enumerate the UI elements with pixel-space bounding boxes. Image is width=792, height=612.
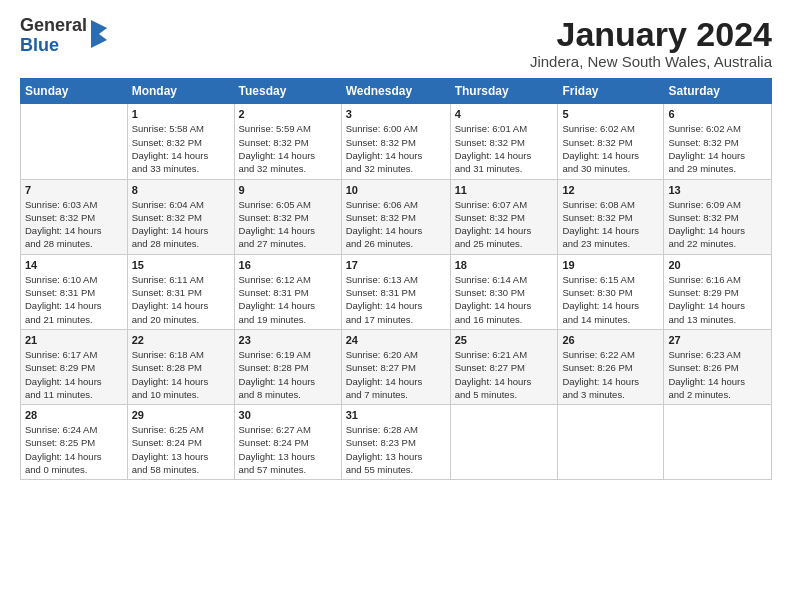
- day-number: 9: [239, 184, 337, 196]
- month-title: January 2024: [530, 16, 772, 53]
- weekday-saturday: Saturday: [664, 79, 772, 104]
- weekday-wednesday: Wednesday: [341, 79, 450, 104]
- weekday-tuesday: Tuesday: [234, 79, 341, 104]
- day-number: 22: [132, 334, 230, 346]
- day-info: Sunrise: 6:13 AM Sunset: 8:31 PM Dayligh…: [346, 273, 446, 326]
- day-number: 23: [239, 334, 337, 346]
- day-info: Sunrise: 6:20 AM Sunset: 8:27 PM Dayligh…: [346, 348, 446, 401]
- weekday-thursday: Thursday: [450, 79, 558, 104]
- calendar-cell: 18Sunrise: 6:14 AM Sunset: 8:30 PM Dayli…: [450, 254, 558, 329]
- calendar-body: 1Sunrise: 5:58 AM Sunset: 8:32 PM Daylig…: [21, 104, 772, 480]
- day-info: Sunrise: 5:59 AM Sunset: 8:32 PM Dayligh…: [239, 122, 337, 175]
- day-info: Sunrise: 6:16 AM Sunset: 8:29 PM Dayligh…: [668, 273, 767, 326]
- logo: General Blue: [20, 16, 107, 56]
- calendar-cell: 28Sunrise: 6:24 AM Sunset: 8:25 PM Dayli…: [21, 405, 128, 480]
- calendar-cell: 24Sunrise: 6:20 AM Sunset: 8:27 PM Dayli…: [341, 329, 450, 404]
- day-number: 28: [25, 409, 123, 421]
- day-info: Sunrise: 6:02 AM Sunset: 8:32 PM Dayligh…: [668, 122, 767, 175]
- day-number: 15: [132, 259, 230, 271]
- day-info: Sunrise: 6:12 AM Sunset: 8:31 PM Dayligh…: [239, 273, 337, 326]
- day-info: Sunrise: 6:28 AM Sunset: 8:23 PM Dayligh…: [346, 423, 446, 476]
- calendar-cell: 25Sunrise: 6:21 AM Sunset: 8:27 PM Dayli…: [450, 329, 558, 404]
- day-info: Sunrise: 6:06 AM Sunset: 8:32 PM Dayligh…: [346, 198, 446, 251]
- day-number: 29: [132, 409, 230, 421]
- calendar-cell: 29Sunrise: 6:25 AM Sunset: 8:24 PM Dayli…: [127, 405, 234, 480]
- calendar-cell: 13Sunrise: 6:09 AM Sunset: 8:32 PM Dayli…: [664, 179, 772, 254]
- day-number: 1: [132, 108, 230, 120]
- calendar-cell: 10Sunrise: 6:06 AM Sunset: 8:32 PM Dayli…: [341, 179, 450, 254]
- calendar-cell: 23Sunrise: 6:19 AM Sunset: 8:28 PM Dayli…: [234, 329, 341, 404]
- day-info: Sunrise: 6:22 AM Sunset: 8:26 PM Dayligh…: [562, 348, 659, 401]
- day-info: Sunrise: 6:02 AM Sunset: 8:32 PM Dayligh…: [562, 122, 659, 175]
- day-info: Sunrise: 6:19 AM Sunset: 8:28 PM Dayligh…: [239, 348, 337, 401]
- calendar-week-2: 7Sunrise: 6:03 AM Sunset: 8:32 PM Daylig…: [21, 179, 772, 254]
- day-number: 4: [455, 108, 554, 120]
- day-info: Sunrise: 6:00 AM Sunset: 8:32 PM Dayligh…: [346, 122, 446, 175]
- calendar-cell: 6Sunrise: 6:02 AM Sunset: 8:32 PM Daylig…: [664, 104, 772, 179]
- day-number: 5: [562, 108, 659, 120]
- day-info: Sunrise: 6:03 AM Sunset: 8:32 PM Dayligh…: [25, 198, 123, 251]
- weekday-friday: Friday: [558, 79, 664, 104]
- calendar-cell: 22Sunrise: 6:18 AM Sunset: 8:28 PM Dayli…: [127, 329, 234, 404]
- weekday-sunday: Sunday: [21, 79, 128, 104]
- calendar-table: SundayMondayTuesdayWednesdayThursdayFrid…: [20, 78, 772, 480]
- day-info: Sunrise: 6:25 AM Sunset: 8:24 PM Dayligh…: [132, 423, 230, 476]
- day-number: 19: [562, 259, 659, 271]
- day-number: 17: [346, 259, 446, 271]
- calendar-cell: 17Sunrise: 6:13 AM Sunset: 8:31 PM Dayli…: [341, 254, 450, 329]
- calendar-cell: [664, 405, 772, 480]
- day-number: 14: [25, 259, 123, 271]
- calendar-cell: 3Sunrise: 6:00 AM Sunset: 8:32 PM Daylig…: [341, 104, 450, 179]
- logo-blue: Blue: [20, 36, 87, 56]
- title-section: January 2024 Jindera, New South Wales, A…: [530, 16, 772, 70]
- calendar-cell: 14Sunrise: 6:10 AM Sunset: 8:31 PM Dayli…: [21, 254, 128, 329]
- calendar-cell: [21, 104, 128, 179]
- calendar-week-5: 28Sunrise: 6:24 AM Sunset: 8:25 PM Dayli…: [21, 405, 772, 480]
- day-info: Sunrise: 6:10 AM Sunset: 8:31 PM Dayligh…: [25, 273, 123, 326]
- day-info: Sunrise: 6:18 AM Sunset: 8:28 PM Dayligh…: [132, 348, 230, 401]
- calendar-cell: 26Sunrise: 6:22 AM Sunset: 8:26 PM Dayli…: [558, 329, 664, 404]
- day-info: Sunrise: 6:21 AM Sunset: 8:27 PM Dayligh…: [455, 348, 554, 401]
- calendar-cell: 30Sunrise: 6:27 AM Sunset: 8:24 PM Dayli…: [234, 405, 341, 480]
- calendar-cell: [450, 405, 558, 480]
- day-number: 11: [455, 184, 554, 196]
- day-number: 7: [25, 184, 123, 196]
- day-number: 31: [346, 409, 446, 421]
- day-number: 16: [239, 259, 337, 271]
- day-info: Sunrise: 6:04 AM Sunset: 8:32 PM Dayligh…: [132, 198, 230, 251]
- day-info: Sunrise: 6:14 AM Sunset: 8:30 PM Dayligh…: [455, 273, 554, 326]
- calendar-cell: 20Sunrise: 6:16 AM Sunset: 8:29 PM Dayli…: [664, 254, 772, 329]
- day-info: Sunrise: 6:24 AM Sunset: 8:25 PM Dayligh…: [25, 423, 123, 476]
- day-info: Sunrise: 6:11 AM Sunset: 8:31 PM Dayligh…: [132, 273, 230, 326]
- calendar-week-3: 14Sunrise: 6:10 AM Sunset: 8:31 PM Dayli…: [21, 254, 772, 329]
- weekday-monday: Monday: [127, 79, 234, 104]
- calendar-cell: 31Sunrise: 6:28 AM Sunset: 8:23 PM Dayli…: [341, 405, 450, 480]
- calendar-cell: 11Sunrise: 6:07 AM Sunset: 8:32 PM Dayli…: [450, 179, 558, 254]
- calendar-cell: [558, 405, 664, 480]
- day-number: 2: [239, 108, 337, 120]
- day-number: 25: [455, 334, 554, 346]
- calendar-cell: 4Sunrise: 6:01 AM Sunset: 8:32 PM Daylig…: [450, 104, 558, 179]
- calendar-cell: 16Sunrise: 6:12 AM Sunset: 8:31 PM Dayli…: [234, 254, 341, 329]
- calendar-cell: 1Sunrise: 5:58 AM Sunset: 8:32 PM Daylig…: [127, 104, 234, 179]
- logo-text: General Blue: [20, 16, 87, 56]
- day-info: Sunrise: 6:15 AM Sunset: 8:30 PM Dayligh…: [562, 273, 659, 326]
- calendar-cell: 5Sunrise: 6:02 AM Sunset: 8:32 PM Daylig…: [558, 104, 664, 179]
- calendar-cell: 12Sunrise: 6:08 AM Sunset: 8:32 PM Dayli…: [558, 179, 664, 254]
- page-header: General Blue January 2024 Jindera, New S…: [20, 16, 772, 70]
- day-number: 30: [239, 409, 337, 421]
- day-number: 13: [668, 184, 767, 196]
- weekday-header-row: SundayMondayTuesdayWednesdayThursdayFrid…: [21, 79, 772, 104]
- day-info: Sunrise: 6:27 AM Sunset: 8:24 PM Dayligh…: [239, 423, 337, 476]
- calendar-cell: 9Sunrise: 6:05 AM Sunset: 8:32 PM Daylig…: [234, 179, 341, 254]
- day-number: 21: [25, 334, 123, 346]
- day-info: Sunrise: 6:07 AM Sunset: 8:32 PM Dayligh…: [455, 198, 554, 251]
- day-number: 8: [132, 184, 230, 196]
- calendar-week-4: 21Sunrise: 6:17 AM Sunset: 8:29 PM Dayli…: [21, 329, 772, 404]
- day-number: 3: [346, 108, 446, 120]
- calendar-week-1: 1Sunrise: 5:58 AM Sunset: 8:32 PM Daylig…: [21, 104, 772, 179]
- calendar-cell: 7Sunrise: 6:03 AM Sunset: 8:32 PM Daylig…: [21, 179, 128, 254]
- day-info: Sunrise: 5:58 AM Sunset: 8:32 PM Dayligh…: [132, 122, 230, 175]
- day-number: 6: [668, 108, 767, 120]
- calendar-cell: 21Sunrise: 6:17 AM Sunset: 8:29 PM Dayli…: [21, 329, 128, 404]
